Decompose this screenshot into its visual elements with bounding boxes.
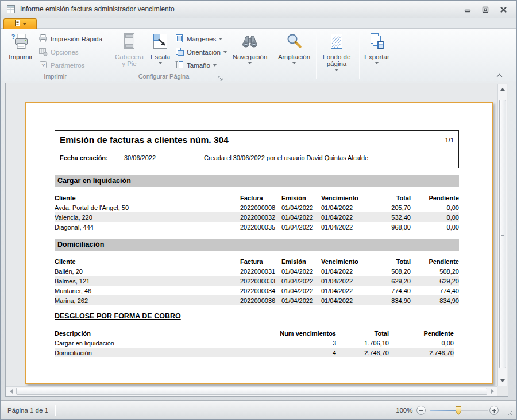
invoice-table-cargar: ClienteFacturaEmisiónVencimientoTotalPen… — [55, 193, 459, 232]
chevron-down-icon — [248, 62, 252, 64]
table-cell: 4 — [244, 348, 336, 357]
fecha-creacion-label: Fecha creación: — [60, 154, 108, 161]
margins-icon — [175, 34, 184, 44]
table-cell: 01/04/2022 — [321, 212, 379, 222]
table-row: Cargar en liquidación31.706,100,00 — [55, 338, 454, 348]
report-content: Emisión de facturas a clientes núm. 304 … — [55, 130, 459, 357]
column-header: Emisión — [281, 193, 321, 203]
table-row: Muntaner, 46202200003401/04/202201/04/20… — [55, 286, 459, 295]
cabecera-label-line2: y Pie — [122, 60, 137, 67]
navegacion-button[interactable]: Navegación — [230, 32, 269, 64]
horizontal-scrollbar[interactable] — [6, 386, 497, 396]
table-cell: 2022000008 — [240, 203, 281, 212]
collapse-ribbon-icon[interactable] — [496, 70, 503, 80]
desglose-table: DescripciónNum vencimientosTotalPendient… — [55, 328, 454, 357]
chevron-down-icon — [23, 23, 26, 25]
report-title: Emisión de facturas a clientes núm. 304 — [60, 135, 229, 145]
navegacion-label: Navegación — [233, 53, 268, 60]
arrow-down-icon — [500, 379, 505, 382]
vertical-scrollbar-thumb[interactable] — [499, 100, 506, 368]
group-separator — [110, 30, 110, 79]
chevron-down-icon — [292, 62, 296, 64]
table-header-row: ClienteFacturaEmisiónVencimientoTotalPen… — [55, 193, 459, 203]
table-cell: 834,90 — [411, 295, 459, 305]
tamano-button[interactable]: Tamaño — [175, 60, 217, 71]
margenes-button[interactable]: Márgenes — [175, 33, 222, 45]
title-bar: Informe emisión factura administrador ve… — [1, 1, 516, 18]
table-cell: 01/04/2022 — [281, 295, 321, 305]
column-header: Pendiente — [389, 328, 454, 338]
table-cell: 2.746,70 — [389, 348, 454, 357]
report-window-icon — [6, 5, 16, 14]
ampliacion-button[interactable]: Ampliación — [276, 32, 312, 64]
table-cell: Valencia, 220 — [55, 212, 240, 222]
zoom-slider-thumb[interactable] — [456, 406, 461, 415]
table-cell: 3 — [244, 338, 336, 348]
resize-grip[interactable] — [507, 410, 513, 416]
scroll-right-button[interactable] — [488, 387, 497, 396]
arrow-left-icon — [10, 389, 13, 394]
tamano-label: Tamaño — [187, 62, 210, 69]
table-cell: Diagonal, 444 — [55, 222, 240, 232]
application-menu-button[interactable] — [3, 18, 37, 29]
parameters-question-icon: ? — [38, 60, 48, 71]
printer-icon: ? — [11, 32, 30, 52]
parametros-label: Parámetros — [51, 62, 84, 69]
zoom-out-button[interactable] — [416, 401, 426, 419]
vertical-scrollbar[interactable] — [497, 84, 507, 386]
table-cell: 629,20 — [379, 276, 411, 286]
escala-button[interactable]: Escala — [148, 32, 173, 64]
table-cell: Marina, 262 — [55, 295, 240, 305]
opciones-label: Opciones — [51, 49, 79, 56]
table-cell: 0,00 — [411, 212, 459, 222]
column-header: Vencimiento — [321, 256, 379, 266]
imprimir-button[interactable]: ? Imprimir — [5, 32, 36, 60]
cabecera-label-line1: Cabecera — [115, 53, 144, 60]
column-header: Total — [379, 193, 411, 203]
window-title: Informe emisión factura administrador ve… — [20, 5, 175, 13]
statusbar-separator — [55, 405, 56, 416]
status-bar: Página 1 de 1 100% — [1, 400, 516, 419]
column-header: Cliente — [55, 256, 240, 266]
scroll-up-button[interactable] — [498, 84, 507, 94]
scroll-left-button[interactable] — [6, 387, 16, 396]
group-separator — [395, 30, 395, 79]
fondo-label-line2: página — [327, 60, 347, 67]
svg-text:?: ? — [11, 32, 16, 41]
table-cell: 629,20 — [411, 276, 459, 286]
desglose-title: DESGLOSE POR FORMA DE COBRO — [55, 312, 459, 320]
impresion-rapida-label: Impresión Rápida — [51, 36, 102, 42]
table-cell: 0,00 — [411, 222, 459, 232]
section-title-domiciliacion: Domiciliación — [55, 239, 459, 251]
chevron-down-icon — [375, 62, 379, 64]
column-header: Total — [336, 328, 389, 338]
column-header: Pendiente — [411, 193, 459, 203]
page-background-icon — [327, 32, 346, 52]
table-cell: Domiciliación — [55, 348, 244, 357]
ribbon-tab-strip — [1, 18, 516, 29]
zoom-in-button[interactable] — [489, 401, 499, 419]
fondo-de-pagina-button[interactable]: Fondo depágina — [318, 32, 355, 71]
zoom-slider[interactable] — [430, 410, 488, 411]
table-row: Marina, 262202200003601/04/202201/04/202… — [55, 295, 459, 305]
table-cell: Bailén, 20 — [55, 266, 240, 276]
maximize-button[interactable] — [481, 6, 489, 13]
table-row: Valencia, 220202200003201/04/202201/04/2… — [55, 212, 459, 222]
orientacion-button[interactable]: Orientación — [175, 46, 227, 58]
table-cell: 508,20 — [379, 266, 411, 276]
exportar-button[interactable]: Exportar — [362, 32, 391, 64]
impresion-rapida-button[interactable]: Impresión Rápida — [38, 33, 102, 45]
close-button[interactable] — [499, 6, 507, 13]
magnifier-icon — [285, 32, 303, 52]
thumb-grip-icon — [501, 232, 504, 236]
table-cell: Cargar en liquidación — [55, 338, 244, 348]
minimize-button[interactable] — [464, 6, 472, 13]
fecha-creacion-value: 30/06/2022 — [124, 154, 156, 161]
column-header: Cliente — [55, 193, 240, 203]
horizontal-scrollbar-thumb[interactable] — [16, 388, 487, 395]
page-count-text: Página 1 de 1 — [7, 401, 48, 419]
table-cell: 2022000031 — [240, 266, 281, 276]
scroll-down-button[interactable] — [498, 376, 507, 385]
group-caption-imprimir: Imprimir — [2, 73, 109, 80]
cabecera-y-pie-button: Cabeceray Pie — [113, 32, 145, 67]
